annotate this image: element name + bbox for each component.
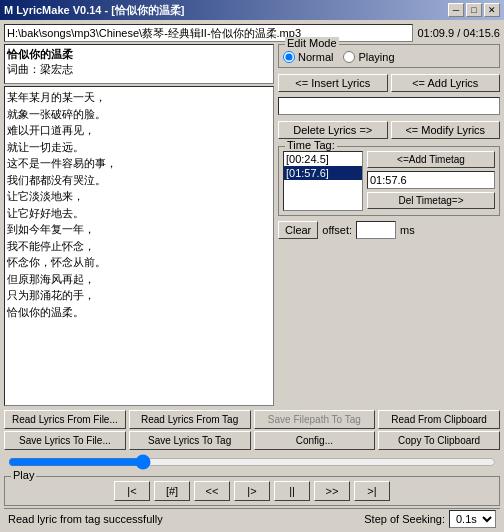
offset-label: offset: — [322, 224, 352, 236]
content-area: 恰似你的温柔 词曲：梁宏志 某年某月的某一天，就象一张破碎的脸。难以开口道再见，… — [4, 44, 500, 406]
del-timetag-button[interactable]: Del Timetag=> — [367, 192, 495, 209]
lyric-line: 难以开口道再见， — [7, 122, 271, 139]
playing-label: Playing — [358, 51, 394, 63]
play-label: Play — [11, 469, 36, 481]
add-timetag-button[interactable]: <=Add Timetag — [367, 151, 495, 168]
title-bar: M LyricMake V0.14 - [恰似你的温柔] ─ □ ✕ — [0, 0, 504, 20]
song-title: 恰似你的温柔 — [7, 47, 271, 62]
file-path: H:\bak\songs\mp3\Chinese\蔡琴-经典辑II-恰似你的温柔… — [4, 24, 413, 42]
offset-row: Clear offset: ms — [278, 221, 500, 239]
lyric-line: 我们都都没有哭泣。 — [7, 172, 271, 189]
timetag-group: Time Tag: [00:24.5][01:57.6] <=Add Timet… — [278, 146, 500, 216]
timetag-item[interactable]: [00:24.5] — [284, 152, 362, 166]
timetag-right: <=Add Timetag Del Timetag=> — [367, 151, 495, 211]
radio-row: Normal Playing — [283, 47, 495, 63]
edit-mode-label: Edit Mode — [285, 37, 339, 49]
delete-lyrics-button[interactable]: Delete Lyrics => — [278, 121, 388, 139]
normal-label: Normal — [298, 51, 333, 63]
offset-input[interactable] — [356, 221, 396, 239]
save-filepath-to-tag-button[interactable]: Save Filepath To Tag — [254, 410, 376, 429]
timetag-value-input[interactable] — [367, 171, 495, 189]
copy-to-clipboard-button[interactable]: Copy To Clipboard — [378, 431, 500, 450]
file-row: H:\bak\songs\mp3\Chinese\蔡琴-经典辑II-恰似你的温柔… — [4, 24, 500, 42]
timetag-inner: [00:24.5][01:57.6] <=Add Timetag Del Tim… — [283, 151, 495, 211]
lyrics-btn-row1: <= Insert Lyrics <= Add Lyrics — [278, 74, 500, 92]
lyric-line: 只为那涌花的手， — [7, 287, 271, 304]
lyric-line: 就象一张破碎的脸。 — [7, 106, 271, 123]
fwd-button[interactable]: >> — [314, 481, 350, 501]
lyric-line: 某年某月的某一天， — [7, 89, 271, 106]
time-display: 01:09.9 / 04:15.6 — [417, 27, 500, 39]
timetag-label: Time Tag: — [285, 139, 337, 151]
lyrics-btn-row2: Delete Lyrics => <= Modify Lyrics — [278, 121, 500, 139]
close-button[interactable]: ✕ — [484, 3, 500, 17]
main-container: H:\bak\songs\mp3\Chinese\蔡琴-经典辑II-恰似你的温柔… — [0, 20, 504, 532]
read-lyrics-from-tag-button[interactable]: Read Lyrics From Tag — [129, 410, 251, 429]
lyric-line: 恰似你的温柔。 — [7, 304, 271, 321]
lyric-line: 到如今年复一年， — [7, 221, 271, 238]
ms-label: ms — [400, 224, 415, 236]
first-button[interactable]: |< — [114, 481, 150, 501]
timetag-item[interactable]: [01:57.6] — [284, 166, 362, 180]
pause-button[interactable]: || — [274, 481, 310, 501]
lyrics-input[interactable] — [278, 97, 500, 115]
insert-lyrics-button[interactable]: <= Insert Lyrics — [278, 74, 388, 92]
slider-row — [4, 452, 500, 472]
clear-button[interactable]: Clear — [278, 221, 318, 239]
minimize-button[interactable]: ─ — [448, 3, 464, 17]
save-lyrics-to-tag-button[interactable]: Save Lyrics To Tag — [129, 431, 251, 450]
song-composer: 词曲：梁宏志 — [7, 62, 271, 77]
bottom-btns-row2: Save Lyrics To File... Save Lyrics To Ta… — [4, 431, 500, 450]
status-bar: Read lyric from tag successfully Step of… — [4, 508, 500, 528]
bottom-btns-row1: Read Lyrics From File... Read Lyrics Fro… — [4, 410, 500, 429]
next-button[interactable]: |> — [234, 481, 270, 501]
status-text: Read lyric from tag successfully — [8, 513, 163, 525]
lyrics-input-row — [278, 97, 500, 115]
lyric-line: 我不能停止怀念， — [7, 238, 271, 255]
play-group: Play |< [#] << |> || >> >| — [4, 476, 500, 506]
step-label: Step of Seeking: — [364, 513, 445, 525]
modify-lyrics-button[interactable]: <= Modify Lyrics — [391, 121, 501, 139]
normal-radio-label[interactable]: Normal — [283, 51, 333, 63]
lyric-line: 让它淡淡地来， — [7, 188, 271, 205]
status-right: Step of Seeking: 0.1s 0.5s 1s — [364, 510, 496, 528]
playing-radio-label[interactable]: Playing — [343, 51, 394, 63]
lyric-line: 让它好好地去。 — [7, 205, 271, 222]
playing-radio[interactable] — [343, 51, 355, 63]
lyric-line: 就让一切走远。 — [7, 139, 271, 156]
normal-radio[interactable] — [283, 51, 295, 63]
play-controls: |< [#] << |> || >> >| — [9, 481, 495, 501]
prev-button[interactable]: << — [194, 481, 230, 501]
timetag-list[interactable]: [00:24.5][01:57.6] — [283, 151, 363, 211]
maximize-button[interactable]: □ — [466, 3, 482, 17]
add-lyrics-button[interactable]: <= Add Lyrics — [391, 74, 501, 92]
config-button[interactable]: Config... — [254, 431, 376, 450]
step-select[interactable]: 0.1s 0.5s 1s — [449, 510, 496, 528]
last-button[interactable]: >| — [354, 481, 390, 501]
right-panel: Edit Mode Normal Playing <= Insert Lyric… — [278, 44, 500, 406]
lyric-line: 怀念你，怀念从前。 — [7, 254, 271, 271]
lyric-line: 但原那海风再起， — [7, 271, 271, 288]
read-lyrics-from-file-button[interactable]: Read Lyrics From File... — [4, 410, 126, 429]
lyric-line: 这不是一件容易的事， — [7, 155, 271, 172]
mark-button[interactable]: [#] — [154, 481, 190, 501]
lyrics-panel: 恰似你的温柔 词曲：梁宏志 某年某月的某一天，就象一张破碎的脸。难以开口道再见，… — [4, 44, 274, 406]
edit-mode-group: Edit Mode Normal Playing — [278, 44, 500, 68]
song-info: 恰似你的温柔 词曲：梁宏志 — [4, 44, 274, 84]
read-from-clipboard-button[interactable]: Read From Clipboard — [378, 410, 500, 429]
lyrics-text: 某年某月的某一天，就象一张破碎的脸。难以开口道再见，就让一切走远。这不是一件容易… — [4, 86, 274, 406]
title-text: M LyricMake V0.14 - [恰似你的温柔] — [4, 3, 185, 18]
save-lyrics-to-file-button[interactable]: Save Lyrics To File... — [4, 431, 126, 450]
title-bar-buttons: ─ □ ✕ — [448, 3, 500, 17]
position-slider[interactable] — [8, 454, 496, 470]
